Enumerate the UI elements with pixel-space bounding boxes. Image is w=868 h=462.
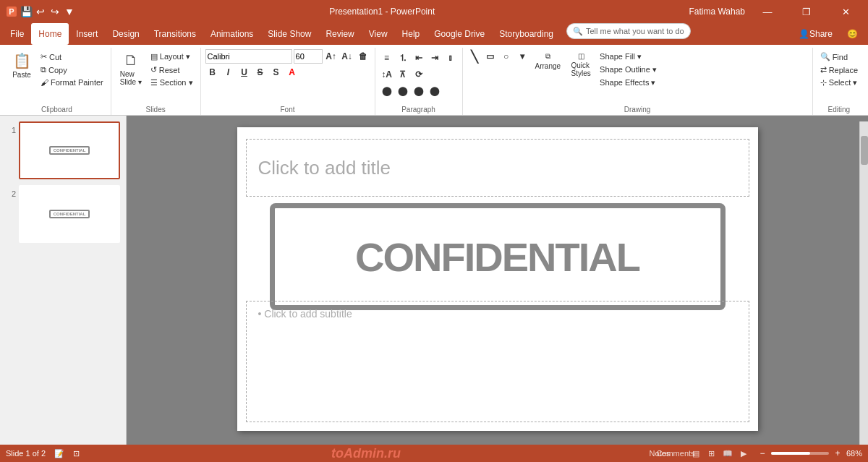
replace-button[interactable]: ⇄ Replace — [817, 64, 861, 76]
menu-view[interactable]: View — [362, 23, 395, 45]
reading-view-button[interactable]: 📖 — [720, 446, 735, 461]
format-painter-button[interactable]: 🖌 Format Painter — [38, 77, 106, 88]
paste-button[interactable]: 📋 Paste — [7, 49, 36, 82]
slides-label: Slides — [116, 104, 196, 115]
cut-button[interactable]: ✂ Cut — [38, 51, 106, 63]
slides-panel: 1 CONFIDENTIAL 2 CONFIDENTIAL — [0, 116, 127, 445]
numbering-button[interactable]: ⒈ — [396, 51, 410, 65]
user-name: Fatima Wahab — [689, 7, 745, 17]
slide-info: Slide 1 of 2 — [6, 449, 46, 458]
shape-effects-button[interactable]: Shape Effects ▾ — [597, 77, 660, 89]
increase-indent-button[interactable]: ⇥ — [427, 51, 442, 65]
shape-fill-button[interactable]: Shape Fill ▾ — [597, 51, 660, 63]
redo-icon[interactable]: ↪ — [49, 6, 61, 17]
scroll-thumb-v[interactable] — [861, 136, 868, 165]
normal-view-button[interactable]: ▤ — [689, 446, 703, 461]
strikethrough-button[interactable]: S — [253, 65, 268, 80]
layout-icon: ▤ — [150, 52, 158, 61]
reset-icon: ↺ — [150, 65, 157, 74]
zoom-controls: − + 68% — [757, 448, 862, 459]
zoom-slider[interactable] — [771, 452, 829, 455]
tell-me-text: Tell me what you want to do — [586, 27, 684, 35]
zoom-in-button[interactable]: + — [832, 448, 843, 459]
comments-button[interactable]: Comments — [668, 446, 683, 461]
font-name-input[interactable] — [205, 49, 292, 64]
close-button[interactable]: ✕ — [829, 0, 862, 23]
italic-button[interactable]: I — [221, 65, 236, 80]
align-center-button[interactable]: ⬤ — [396, 84, 410, 98]
slide-thumb-1[interactable]: 1 CONFIDENTIAL — [6, 121, 120, 179]
share-icon: 👤 — [799, 29, 809, 39]
customize-icon[interactable]: ▼ — [64, 6, 75, 17]
zoom-out-button[interactable]: − — [757, 448, 768, 459]
tell-me-box[interactable]: 🔍 Tell me what you want to do — [566, 23, 691, 39]
menu-design[interactable]: Design — [105, 23, 146, 45]
menu-home[interactable]: Home — [31, 23, 69, 45]
menu-review[interactable]: Review — [318, 23, 361, 45]
font-color-button[interactable]: A — [285, 65, 299, 80]
smartart-button[interactable]: ⟳ — [412, 67, 426, 82]
reset-button[interactable]: ↺ Reset — [148, 64, 196, 76]
arrange-button[interactable]: ⧉Arrange — [531, 49, 566, 73]
slide-preview-2[interactable]: CONFIDENTIAL — [19, 185, 120, 243]
emoji-icon: 😊 — [840, 23, 865, 45]
new-slide-button[interactable]: 🗋 NewSlide ▾ — [116, 49, 146, 89]
undo-icon[interactable]: ↩ — [35, 6, 46, 17]
text-direction-button[interactable]: ↕A — [380, 67, 394, 82]
menu-slideshow[interactable]: Slide Show — [260, 23, 318, 45]
menu-insert[interactable]: Insert — [69, 23, 105, 45]
confidential-stamp[interactable]: CONFIDENTIAL — [270, 203, 726, 310]
bold-button[interactable]: B — [205, 65, 220, 80]
slide-thumb-2[interactable]: 2 CONFIDENTIAL — [6, 185, 120, 243]
shapes-more-button[interactable]: ▾ — [515, 49, 529, 64]
section-button[interactable]: ☰ Section ▾ — [148, 77, 196, 89]
align-right-button[interactable]: ⬤ — [412, 84, 426, 98]
status-left: Slide 1 of 2 📝 ⊡ — [6, 449, 80, 458]
rect-button[interactable]: ▭ — [483, 49, 498, 64]
restore-button[interactable]: ❐ — [790, 0, 823, 23]
menu-google-drive[interactable]: Google Drive — [427, 23, 492, 45]
quick-styles-button[interactable]: ◫QuickStyles — [566, 49, 595, 80]
save-icon[interactable]: 💾 — [20, 6, 32, 17]
slideshow-button[interactable]: ▶ — [736, 446, 751, 461]
new-slide-icon: 🗋 — [124, 52, 138, 69]
decrease-indent-button[interactable]: ⇤ — [412, 51, 426, 65]
slide-canvas[interactable]: Click to add title CONFIDENTIAL • Click … — [237, 127, 758, 431]
scroll-bar-v[interactable] — [859, 121, 868, 445]
align-left-button[interactable]: ⬤ — [380, 84, 394, 98]
menu-animations[interactable]: Animations — [203, 23, 260, 45]
section-icon: ☰ — [150, 78, 158, 87]
font-size-input[interactable] — [294, 49, 323, 64]
align-text-button[interactable]: ⊼ — [396, 67, 410, 82]
menu-transitions[interactable]: Transitions — [147, 23, 203, 45]
minimize-button[interactable]: — — [751, 0, 784, 23]
shape-outline-button[interactable]: Shape Outline ▾ — [597, 64, 660, 76]
increase-font-button[interactable]: A↑ — [324, 49, 339, 64]
shadow-button[interactable]: S — [269, 65, 284, 80]
fit-to-window-button[interactable]: ⊡ — [73, 449, 80, 458]
font-label: Font — [205, 104, 370, 115]
share-button[interactable]: 👤 Share — [791, 23, 840, 45]
clear-format-button[interactable]: 🗑 — [356, 49, 370, 64]
copy-button[interactable]: ⧉ Copy — [38, 64, 106, 76]
select-button[interactable]: ⊹ Select ▾ — [817, 77, 861, 89]
title-placeholder[interactable]: Click to add title — [246, 139, 749, 197]
line-button[interactable]: ╲ — [467, 49, 482, 64]
bullets-button[interactable]: ≡ — [380, 51, 394, 65]
circle-button[interactable]: ○ — [499, 49, 514, 64]
slide-preview-1[interactable]: CONFIDENTIAL — [19, 121, 120, 179]
slide-sorter-button[interactable]: ⊞ — [705, 446, 719, 461]
menu-storyboarding[interactable]: Storyboarding — [492, 23, 561, 45]
menu-help[interactable]: Help — [395, 23, 427, 45]
main-area: 1 CONFIDENTIAL 2 CONFIDENTIAL Click — [0, 116, 868, 445]
justify-button[interactable]: ⬤ — [427, 84, 442, 98]
menu-bar: File Home Insert Design Transitions Anim… — [0, 23, 868, 45]
decrease-font-button[interactable]: A↓ — [340, 49, 354, 64]
subtitle-placeholder[interactable]: • Click to add subtitle — [246, 301, 749, 422]
find-button[interactable]: 🔍 Find — [817, 51, 861, 63]
columns-button[interactable]: ⫾ — [443, 51, 458, 65]
underline-button[interactable]: U — [237, 65, 252, 80]
layout-button[interactable]: ▤ Layout ▾ — [148, 51, 196, 63]
title-bar-right: Fatima Wahab — ❐ ✕ — [689, 0, 862, 23]
menu-file[interactable]: File — [3, 23, 31, 45]
